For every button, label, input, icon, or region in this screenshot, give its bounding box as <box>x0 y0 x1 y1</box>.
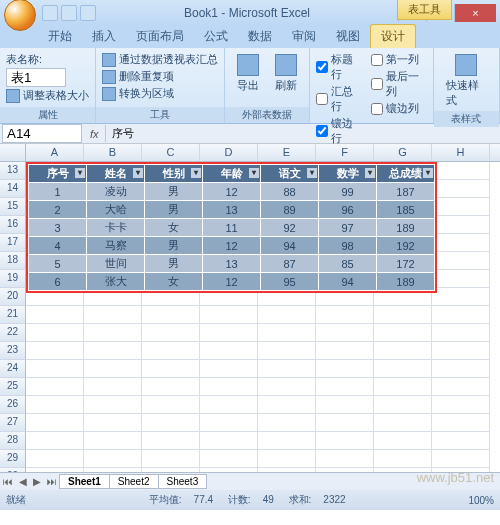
col-E[interactable]: E <box>258 144 316 161</box>
table-cell[interactable]: 张大 <box>87 273 145 291</box>
table-cell[interactable]: 12 <box>203 237 261 255</box>
pivot-button[interactable]: 通过数据透视表汇总 <box>100 51 220 68</box>
sheet-nav-last[interactable]: ⏭ <box>44 476 60 487</box>
table-cell[interactable]: 男 <box>145 183 203 201</box>
table-cell[interactable]: 13 <box>203 201 261 219</box>
filter-dropdown-icon[interactable]: ▾ <box>423 168 433 178</box>
table-cell[interactable]: 男 <box>145 255 203 273</box>
table-header[interactable]: 年龄▾ <box>203 165 261 183</box>
tab-pagelayout[interactable]: 页面布局 <box>126 25 194 48</box>
table-cell[interactable]: 87 <box>261 255 319 273</box>
tab-home[interactable]: 开始 <box>38 25 82 48</box>
table-cell[interactable]: 6 <box>29 273 87 291</box>
row-24[interactable]: 24 <box>0 360 26 378</box>
table-cell[interactable]: 男 <box>145 237 203 255</box>
row-30[interactable]: 30 <box>0 468 26 472</box>
quick-styles-button[interactable]: 快速样式 <box>438 51 495 111</box>
table-cell[interactable]: 12 <box>203 183 261 201</box>
table-cell[interactable]: 189 <box>377 219 435 237</box>
table-cell[interactable]: 189 <box>377 273 435 291</box>
save-icon[interactable] <box>42 5 58 21</box>
zoom-level[interactable]: 100% <box>468 495 494 506</box>
table-cell[interactable]: 女 <box>145 273 203 291</box>
table-cell[interactable]: 94 <box>319 273 377 291</box>
col-H[interactable]: H <box>432 144 490 161</box>
table-cell[interactable]: 大哈 <box>87 201 145 219</box>
table-cell[interactable]: 3 <box>29 219 87 237</box>
table-cell[interactable]: 女 <box>145 219 203 237</box>
row-27[interactable]: 27 <box>0 414 26 432</box>
sheet-tab-2[interactable]: Sheet2 <box>109 474 159 489</box>
row-15[interactable]: 15 <box>0 198 26 216</box>
dedup-button[interactable]: 删除重复项 <box>100 68 220 85</box>
col-F[interactable]: F <box>316 144 374 161</box>
table-cell[interactable]: 世间 <box>87 255 145 273</box>
table-cell[interactable]: 89 <box>261 201 319 219</box>
filter-dropdown-icon[interactable]: ▾ <box>307 168 317 178</box>
table-cell[interactable]: 凌动 <box>87 183 145 201</box>
table-cell[interactable]: 11 <box>203 219 261 237</box>
first-col-check[interactable]: 第一列 <box>369 51 429 68</box>
table-cell[interactable]: 2 <box>29 201 87 219</box>
table-cell[interactable]: 男 <box>145 201 203 219</box>
table-row[interactable]: 5世间男138785172 <box>29 255 435 273</box>
select-all-corner[interactable] <box>0 144 26 161</box>
table-cell[interactable]: 99 <box>319 183 377 201</box>
row-22[interactable]: 22 <box>0 324 26 342</box>
table-row[interactable]: 6张大女129594189 <box>29 273 435 291</box>
table-header[interactable]: 性别▾ <box>145 165 203 183</box>
row-20[interactable]: 20 <box>0 288 26 306</box>
tab-review[interactable]: 审阅 <box>282 25 326 48</box>
office-button[interactable] <box>4 0 36 31</box>
filter-dropdown-icon[interactable]: ▾ <box>365 168 375 178</box>
table-name-input[interactable] <box>6 68 66 87</box>
table-cell[interactable]: 97 <box>319 219 377 237</box>
table-cell[interactable]: 94 <box>261 237 319 255</box>
close-button[interactable]: × <box>454 4 496 22</box>
row-19[interactable]: 19 <box>0 270 26 288</box>
col-D[interactable]: D <box>200 144 258 161</box>
sheet-nav-first[interactable]: ⏮ <box>0 476 16 487</box>
worksheet-grid[interactable]: A B C D E F G H 131415161718192021222324… <box>0 144 500 472</box>
table-header[interactable]: 语文▾ <box>261 165 319 183</box>
tab-design[interactable]: 设计 <box>370 24 416 48</box>
table-cell[interactable]: 172 <box>377 255 435 273</box>
table-cell[interactable]: 1 <box>29 183 87 201</box>
filter-dropdown-icon[interactable]: ▾ <box>191 168 201 178</box>
filter-dropdown-icon[interactable]: ▾ <box>249 168 259 178</box>
filter-dropdown-icon[interactable]: ▾ <box>75 168 85 178</box>
table-cell[interactable]: 马察 <box>87 237 145 255</box>
table-cell[interactable]: 12 <box>203 273 261 291</box>
table-header[interactable]: 总成绩▾ <box>377 165 435 183</box>
table-cell[interactable]: 4 <box>29 237 87 255</box>
redo-icon[interactable] <box>80 5 96 21</box>
row-23[interactable]: 23 <box>0 342 26 360</box>
table-cell[interactable]: 192 <box>377 237 435 255</box>
table-row[interactable]: 4马察男129498192 <box>29 237 435 255</box>
col-B[interactable]: B <box>84 144 142 161</box>
table-header[interactable]: 姓名▾ <box>87 165 145 183</box>
tab-insert[interactable]: 插入 <box>82 25 126 48</box>
table-cell[interactable]: 95 <box>261 273 319 291</box>
table-cell[interactable]: 13 <box>203 255 261 273</box>
table-cell[interactable]: 98 <box>319 237 377 255</box>
table-row[interactable]: 3卡卡女119297189 <box>29 219 435 237</box>
table-cell[interactable]: 5 <box>29 255 87 273</box>
banded-cols-check[interactable]: 镶边列 <box>369 100 429 117</box>
formula-content[interactable]: 序号 <box>105 125 500 142</box>
table-cell[interactable]: 卡卡 <box>87 219 145 237</box>
row-16[interactable]: 16 <box>0 216 26 234</box>
refresh-button[interactable]: 刷新 <box>267 51 305 96</box>
undo-icon[interactable] <box>61 5 77 21</box>
row-17[interactable]: 17 <box>0 234 26 252</box>
table-cell[interactable]: 96 <box>319 201 377 219</box>
row-14[interactable]: 14 <box>0 180 26 198</box>
export-button[interactable]: 导出 <box>229 51 267 96</box>
convert-range-button[interactable]: 转换为区域 <box>100 85 220 102</box>
fx-icon[interactable]: fx <box>84 128 105 140</box>
row-13[interactable]: 13 <box>0 162 26 180</box>
filter-dropdown-icon[interactable]: ▾ <box>133 168 143 178</box>
row-28[interactable]: 28 <box>0 432 26 450</box>
data-table[interactable]: 序号▾姓名▾性别▾年龄▾语文▾数学▾总成绩▾ 1凌动男1288991872大哈男… <box>26 162 437 293</box>
row-26[interactable]: 26 <box>0 396 26 414</box>
